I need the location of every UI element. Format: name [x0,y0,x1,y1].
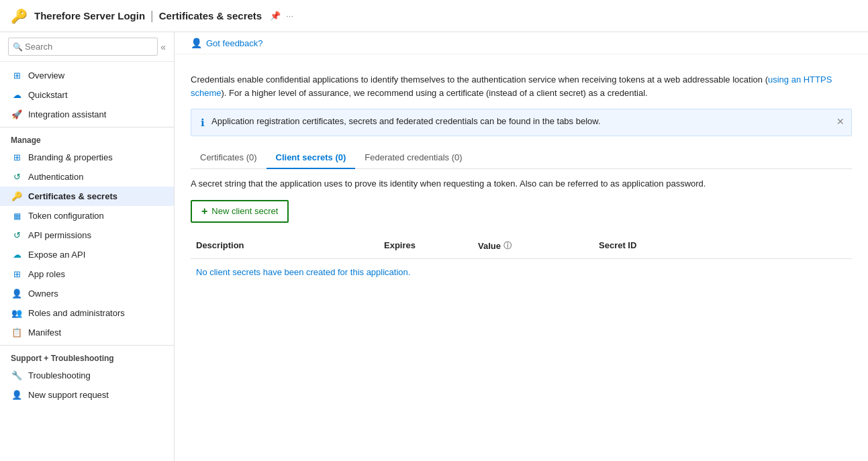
tab-certificates[interactable]: Certificates (0) [191,147,267,169]
col-value-label: Value [478,241,501,251]
sidebar-item-branding[interactable]: ⊞ Branding & properties [0,148,174,167]
support-icon: 👤 [11,390,23,400]
sidebar-item-roles-admin[interactable]: 👥 Roles and administrators [0,303,174,323]
search-input[interactable] [8,38,158,56]
empty-state: No client secrets have been created for … [191,259,852,285]
sidebar-item-label: Overview [28,70,64,81]
main-layout: 🔍 « ⊞ Overview ☁ Quickstart 🚀 Integratio… [0,32,868,461]
quickstart-icon: ☁ [11,90,23,100]
sidebar-item-label: Roles and administrators [28,308,125,318]
support-section-label: Support + Troubleshooting [0,345,174,366]
feedback-icon: 👤 [191,38,202,48]
owners-icon: 👤 [11,289,23,299]
sidebar-item-label: Owners [28,289,58,299]
sidebar-item-label: Token configuration [28,211,104,221]
auth-icon: ↺ [11,172,23,182]
tab-description: A secret string that the application use… [191,177,852,191]
api-icon: ↺ [11,230,23,240]
empty-state-text: No client secrets have been created for … [196,267,410,277]
col-expires: Expires [379,238,473,254]
pin-icon[interactable]: 📌 [270,11,281,21]
sidebar-item-label: New support request [28,390,109,400]
content-inner: Credentials enable confidential applicat… [175,54,868,301]
sidebar-item-label: Quickstart [28,90,68,100]
troubleshoot-icon: 🔧 [11,370,23,380]
feedback-text: Got feedback? [206,38,263,48]
sidebar-item-label: Authentication [28,172,83,182]
sidebar-item-label: Manifest [28,327,61,338]
sidebar-item-api-permissions[interactable]: ↺ API permissions [0,225,174,245]
sidebar-item-manifest[interactable]: 📋 Manifest [0,323,174,342]
sidebar-item-label: API permissions [28,230,91,240]
sidebar-item-label: Branding & properties [28,152,113,162]
more-icon[interactable]: ··· [286,11,293,21]
integration-icon: 🚀 [11,109,23,119]
tab-client-secrets[interactable]: Client secrets (0) [267,147,356,169]
page-subtitle: Certificates & secrets [159,10,262,21]
manifest-icon: 📋 [11,327,23,338]
sidebar: 🔍 « ⊞ Overview ☁ Quickstart 🚀 Integratio… [0,32,175,461]
content-area: 👤 Got feedback? Credentials enable confi… [175,32,868,461]
sidebar-nav: ⊞ Overview ☁ Quickstart 🚀 Integration as… [0,62,174,409]
top-bar-actions: 📌 ··· [270,11,293,21]
close-banner-button[interactable]: ✕ [836,116,845,127]
plus-icon: + [201,205,207,217]
app-title: Therefore Server Login [34,10,145,21]
sidebar-item-token[interactable]: ▦ Token configuration [0,206,174,225]
sidebar-item-overview[interactable]: ⊞ Overview [0,66,174,85]
sidebar-item-label: App roles [28,269,65,279]
sidebar-item-authentication[interactable]: ↺ Authentication [0,167,174,187]
new-client-secret-button[interactable]: + New client secret [191,200,289,223]
sidebar-item-label: Certificates & secrets [28,191,117,201]
sidebar-item-app-roles[interactable]: ⊞ App roles [0,264,174,284]
tab-federated[interactable]: Federated credentials (0) [355,147,471,169]
sidebar-item-expose-api[interactable]: ☁ Expose an API [0,245,174,264]
sidebar-item-new-support[interactable]: 👤 New support request [0,385,174,405]
approles-icon: ⊞ [11,269,23,279]
sidebar-item-label: Integration assistant [28,109,106,119]
roles-icon: 👥 [11,308,23,318]
table-header: Description Expires Value ⓘ Secret ID [191,234,852,259]
sidebar-item-integration[interactable]: 🚀 Integration assistant [0,105,174,124]
feedback-bar[interactable]: 👤 Got feedback? [175,32,868,54]
collapse-icon[interactable]: « [160,42,166,52]
col-value: Value ⓘ [473,238,593,254]
search-icon: 🔍 [13,42,23,52]
expose-icon: ☁ [11,250,23,260]
col-secret-id: Secret ID [593,238,852,254]
sidebar-item-troubleshooting[interactable]: 🔧 Troubleshooting [0,366,174,385]
new-secret-btn-label: New client secret [211,206,278,216]
sidebar-item-quickstart[interactable]: ☁ Quickstart [0,85,174,105]
branding-icon: ⊞ [11,152,23,162]
top-bar: 🔑 Therefore Server Login | Certificates … [0,0,868,32]
title-separator: | [150,9,154,23]
tabs: Certificates (0) Client secrets (0) Fede… [191,147,852,169]
info-banner: ℹ Application registration certificates,… [191,109,852,136]
page-description: Credentials enable confidential applicat… [191,73,852,99]
overview-icon: ⊞ [11,70,23,81]
sidebar-item-owners[interactable]: 👤 Owners [0,284,174,303]
info-icon: ℹ [201,117,205,129]
token-icon: ▦ [11,211,23,221]
cert-icon: 🔑 [11,191,23,201]
value-info-icon[interactable]: ⓘ [503,240,512,252]
info-banner-text: Application registration certificates, s… [211,116,842,126]
sidebar-item-label: Troubleshooting [28,370,91,380]
manage-section-label: Manage [0,127,174,148]
col-description: Description [191,238,379,254]
app-icon: 🔑 [11,8,28,24]
sidebar-item-certificates[interactable]: 🔑 Certificates & secrets [0,187,174,206]
sidebar-item-label: Expose an API [28,250,85,260]
https-link[interactable]: using an HTTPS scheme [191,74,832,98]
